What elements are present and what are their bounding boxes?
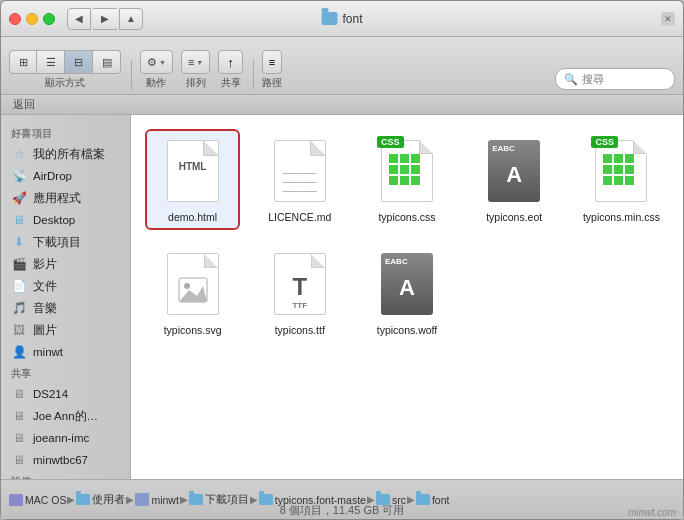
- back-button[interactable]: ◀: [67, 8, 91, 30]
- share-button[interactable]: ↑: [218, 50, 243, 74]
- sidebar-item-all-files[interactable]: ☆ 我的所有檔案: [1, 143, 130, 165]
- all-files-icon: ☆: [11, 146, 27, 162]
- css-grid: [389, 154, 420, 185]
- file-item-typicons-css[interactable]: CSS typicons.css: [361, 131, 452, 228]
- svg-preview-icon: [177, 276, 209, 304]
- eot-char: A: [506, 162, 522, 188]
- file-item-typicons-woff[interactable]: EABC A typicons.woff: [361, 244, 452, 341]
- file-item-typicons-ttf[interactable]: T TTF typicons.ttf: [254, 244, 345, 341]
- file-item-typicons-min-css[interactable]: CSS typicons.min.css: [576, 131, 667, 228]
- sort-button[interactable]: ≡ ▼: [181, 50, 210, 74]
- path-button[interactable]: ≡: [262, 50, 282, 74]
- file-item-licence-md[interactable]: ────────────────── LICENCE.md: [254, 131, 345, 228]
- devices-section-label: 設備: [1, 471, 130, 479]
- file-name: typicons.ttf: [275, 324, 325, 337]
- finder-window: ◀ ▶ ▲ font ✕ ⊞ ☰ ⊟ ▤ 顯示方式 ⚙ ▼: [0, 0, 684, 520]
- movies-icon: 🎬: [11, 256, 27, 272]
- nav-buttons: ◀ ▶ ▲: [67, 8, 143, 30]
- sidebar-item-label: 應用程式: [33, 191, 81, 206]
- chevron-down-icon: ▼: [159, 59, 166, 66]
- chevron-down-sort-icon: ▼: [196, 59, 203, 66]
- typicons-ttf-icon: T TTF: [268, 248, 332, 320]
- sidebar-item-label: minwt: [33, 346, 63, 358]
- sidebar-item-pictures[interactable]: 🖼 圖片: [1, 319, 130, 341]
- sidebar-item-label: AirDrop: [33, 170, 72, 182]
- sidebar: 好喜項目 ☆ 我的所有檔案 📡 AirDrop 🚀 應用程式 🖥 Desktop…: [1, 115, 131, 479]
- separator-2: [253, 60, 254, 90]
- status-count: 8 個項目，11.45 GB 可用: [280, 504, 405, 516]
- watermark-area: minwt.com: [628, 506, 676, 518]
- sidebar-item-minwtbc67[interactable]: 🖥 minwtbc67: [1, 449, 130, 471]
- back-label-bar: 返回: [1, 95, 683, 115]
- apps-icon: 🚀: [11, 190, 27, 206]
- view-list-btn[interactable]: ☰: [37, 50, 65, 74]
- file-area: HTML demo.html ──────────────────: [131, 115, 683, 479]
- ttf-badge: TTF: [292, 301, 307, 310]
- file-name: LICENCE.md: [268, 211, 331, 224]
- search-box[interactable]: 🔍: [555, 68, 675, 90]
- sidebar-item-movies[interactable]: 🎬 影片: [1, 253, 130, 275]
- path-section: ≡ 路徑: [262, 50, 282, 90]
- music-icon: 🎵: [11, 300, 27, 316]
- close-button[interactable]: [9, 13, 21, 25]
- sidebar-item-label: 下載項目: [33, 235, 81, 250]
- share-label: 共享: [221, 76, 241, 90]
- file-item-demo-html[interactable]: HTML demo.html: [147, 131, 238, 228]
- sidebar-item-downloads[interactable]: ⬇ 下載項目: [1, 231, 130, 253]
- sidebar-item-label: 圖片: [33, 323, 57, 338]
- svg-point-1: [184, 283, 190, 289]
- favorites-section-label: 好喜項目: [1, 123, 130, 143]
- forward-button[interactable]: ▶: [93, 8, 117, 30]
- path-label: 路徑: [262, 76, 282, 90]
- sidebar-item-desktop[interactable]: 🖥 Desktop: [1, 209, 130, 231]
- html-badge: HTML: [168, 161, 218, 172]
- view-coverflow-btn[interactable]: ▤: [93, 50, 121, 74]
- minimize-button[interactable]: [26, 13, 38, 25]
- view-buttons: ⊞ ☰ ⊟ ▤: [9, 50, 121, 74]
- typicons-svg-icon: [161, 248, 225, 320]
- main-area: 好喜項目 ☆ 我的所有檔案 📡 AirDrop 🚀 應用程式 🖥 Desktop…: [1, 115, 683, 479]
- window-close-btn[interactable]: ✕: [661, 12, 675, 26]
- sort-section: ≡ ▼ 排列: [181, 50, 210, 90]
- pictures-icon: 🖼: [11, 322, 27, 338]
- share-section: ↑ 共享: [218, 50, 243, 90]
- status-count-bar: 8 個項目，11.45 GB 可用: [0, 503, 684, 518]
- sidebar-item-music[interactable]: 🎵 音樂: [1, 297, 130, 319]
- path-icon: ≡: [269, 56, 275, 68]
- ttf-letter: T: [292, 273, 307, 301]
- ds214-icon: 🖥: [11, 386, 27, 402]
- sidebar-item-minwt[interactable]: 👤 minwt: [1, 341, 130, 363]
- sidebar-item-label: Desktop: [33, 214, 75, 226]
- licence-md-icon: ──────────────────: [268, 135, 332, 207]
- css-min-grid: [603, 154, 634, 185]
- file-name: typicons.woff: [377, 324, 438, 337]
- file-item-typicons-svg[interactable]: typicons.svg: [147, 244, 238, 341]
- view-label: 顯示方式: [45, 76, 85, 90]
- file-item-typicons-eot[interactable]: EABC A typicons.eot: [469, 131, 560, 228]
- joeann-icon: 🖥: [11, 408, 27, 424]
- woff-char: A: [399, 275, 415, 301]
- action-button[interactable]: ⚙ ▼: [140, 50, 173, 74]
- view-section: ⊞ ☰ ⊟ ▤ 顯示方式: [9, 50, 121, 90]
- view-icon-btn[interactable]: ⊞: [9, 50, 37, 74]
- joeann-imc-icon: 🖥: [11, 430, 27, 446]
- sidebar-item-joeann[interactable]: 🖥 Joe Ann的…: [1, 405, 130, 427]
- search-input[interactable]: [582, 73, 667, 85]
- sidebar-item-ds214[interactable]: 🖥 DS214: [1, 383, 130, 405]
- css-min-badge: CSS: [591, 136, 618, 148]
- sidebar-item-joeann-imc[interactable]: 🖥 joeann-imc: [1, 427, 130, 449]
- up-button[interactable]: ▲: [119, 8, 143, 30]
- sidebar-item-airdrop[interactable]: 📡 AirDrop: [1, 165, 130, 187]
- minwt-icon: 👤: [11, 344, 27, 360]
- typicons-woff-icon: EABC A: [375, 248, 439, 320]
- file-name: typicons.min.css: [583, 211, 660, 224]
- view-column-btn[interactable]: ⊟: [65, 50, 93, 74]
- shared-section-label: 共享: [1, 363, 130, 383]
- sidebar-item-label: 我的所有檔案: [33, 147, 105, 162]
- demo-html-icon: HTML: [161, 135, 225, 207]
- share-icon: ↑: [227, 55, 234, 70]
- zoom-button[interactable]: [43, 13, 55, 25]
- sidebar-item-documents[interactable]: 📄 文件: [1, 275, 130, 297]
- sidebar-item-apps[interactable]: 🚀 應用程式: [1, 187, 130, 209]
- gear-icon: ⚙: [147, 56, 157, 69]
